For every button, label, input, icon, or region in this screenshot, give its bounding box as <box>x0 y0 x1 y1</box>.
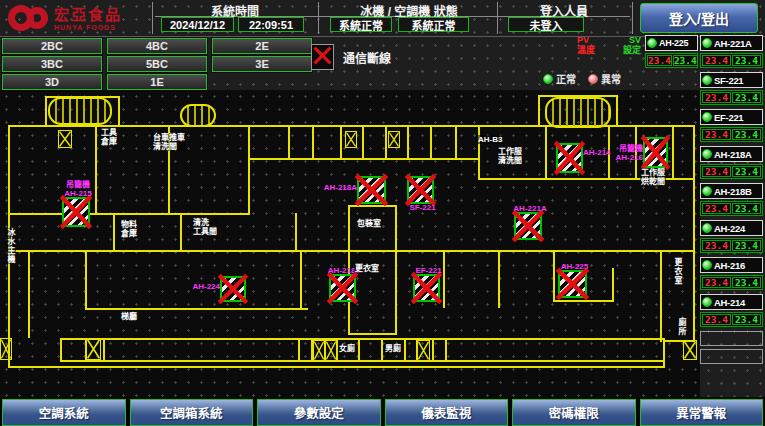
wall-segment <box>693 125 695 342</box>
equipment-label-AH-216: 吊籠機 AH-216 <box>615 144 643 162</box>
wall-segment <box>85 250 87 310</box>
floor-button-3BC[interactable]: 3BC <box>2 56 102 72</box>
wall-segment <box>180 213 182 252</box>
wall-segment <box>295 213 297 252</box>
equipment-offline-SF-221[interactable]: SF-221 <box>407 176 434 204</box>
status-led-icon <box>702 223 712 233</box>
equipment-offline-AH-218B[interactable]: AH-218B <box>329 274 356 302</box>
room-label: 梯廳 <box>120 312 138 321</box>
logo-icon <box>6 4 50 34</box>
pv-value: 23.4 <box>702 166 731 177</box>
room-label: 更衣室 <box>354 264 380 273</box>
abnormal-label: 異常 <box>601 71 621 86</box>
ahu-name-plate[interactable]: AH-225 <box>645 35 698 51</box>
pv-sv-legend: PV SV 溫度 設定 <box>577 35 641 55</box>
ahu-name-plate[interactable]: SF-221 <box>700 72 763 88</box>
nav-button-密碼權限[interactable]: 密碼權限 <box>512 399 636 426</box>
nav-button-空調箱系統[interactable]: 空調箱系統 <box>130 399 254 426</box>
wall-segment <box>616 95 618 127</box>
ahu-values: 23.423.4 <box>700 201 763 216</box>
comm-offline-legend: 通信斷線 <box>311 44 391 70</box>
floor-button-1E[interactable]: 1E <box>107 74 207 90</box>
equipment-label-AH-215: 吊籠機 AH-215 <box>56 180 100 198</box>
wall-segment <box>298 338 300 362</box>
empty-slot <box>700 349 763 364</box>
status-led-icon <box>702 186 712 196</box>
pv-value: 23.4 <box>647 55 672 66</box>
ahu-name: AH-218B <box>714 186 752 197</box>
stairs-x-icon <box>58 130 72 148</box>
floor-button-3D[interactable]: 3D <box>2 74 102 90</box>
ahu-values: 23.423.4 <box>700 127 763 142</box>
wall-segment <box>300 250 302 308</box>
ahu-name-plate[interactable]: AH-224 <box>700 220 763 236</box>
pv-value: 23.4 <box>702 203 731 214</box>
wall-segment <box>553 250 555 302</box>
ahu-status-value: 系統正常 <box>398 17 469 32</box>
wall-segment <box>95 127 97 215</box>
ahu-name: SF-221 <box>714 75 743 86</box>
nav-button-儀表監視[interactable]: 儀表監視 <box>385 399 509 426</box>
floor-button-2BC[interactable]: 2BC <box>2 38 102 54</box>
status-led-icon <box>702 75 712 85</box>
ahu-values: 23.423.4 <box>700 90 763 105</box>
equipment-offline-AH-221A[interactable]: AH-221A <box>514 212 542 240</box>
wall-segment <box>455 127 457 160</box>
floor-button-5BC[interactable]: 5BC <box>107 56 207 72</box>
system-time-label: 系統時間 <box>160 2 310 15</box>
room-label: 工具 倉庫 <box>100 128 118 146</box>
stairwell-icon <box>48 97 112 125</box>
login-logout-button[interactable]: 登入/登出 <box>640 3 758 33</box>
wall-segment <box>381 338 383 362</box>
ahu-values: 23.423.4 <box>700 312 763 327</box>
sv-value: 23.4 <box>732 314 761 325</box>
wall-segment <box>45 96 47 127</box>
wall-segment <box>362 127 364 160</box>
floor-button-3E[interactable]: 3E <box>212 56 312 72</box>
ahu-card-AH-216: AH-21623.423.4 <box>700 257 763 290</box>
normal-label: 正常 <box>556 71 576 86</box>
nav-button-參數設定[interactable]: 參數設定 <box>257 399 381 426</box>
ahu-name-plate[interactable]: AH-221A <box>700 35 763 51</box>
ahu-name-plate[interactable]: AH-218A <box>700 146 763 162</box>
equipment-offline-AH-224[interactable]: AH-224 <box>220 276 246 302</box>
ahu-card-AH-225: AH-22523.423.4 <box>645 35 698 72</box>
wall-segment <box>430 127 432 160</box>
ahu-status-panel: AH-221A23.423.4SF-22123.423.4EF-22123.42… <box>700 35 763 367</box>
ahu-name-plate[interactable]: EF-221 <box>700 109 763 125</box>
ahu-name-plate[interactable]: AH-218B <box>700 183 763 199</box>
nav-button-空調系統[interactable]: 空調系統 <box>2 399 126 426</box>
room-label: 包裝室 <box>356 219 382 228</box>
sv-value: 23.4 <box>732 129 761 140</box>
sv-value: 23.4 <box>732 55 761 66</box>
status-legend: 正常 異常 <box>543 71 621 86</box>
equipment-offline-AH-216[interactable]: 吊籠機 AH-216 <box>643 137 668 168</box>
status-led-icon <box>702 112 712 122</box>
stairs-x-icon <box>0 338 12 360</box>
floor-button-4BC[interactable]: 4BC <box>107 38 207 54</box>
equipment-label-AH-225: AH-225 <box>552 262 597 271</box>
equipment-offline-AH-215[interactable]: 吊籠機 AH-215 <box>62 197 90 227</box>
floor-button-2E[interactable]: 2E <box>212 38 312 54</box>
ahu-values: 23.423.4 <box>700 275 763 290</box>
equipment-offline-AH-214[interactable]: AH-214 <box>556 143 583 173</box>
wall-segment <box>407 127 409 160</box>
equipment-label-EF-221: EF-221 <box>407 266 450 275</box>
room-label: 更衣室 <box>672 258 683 285</box>
room-label: 清洗 工具間 <box>192 218 218 236</box>
equipment-offline-EF-221[interactable]: EF-221 <box>413 274 440 302</box>
wall-segment <box>312 127 314 160</box>
ahu-card-AH-218A: AH-218A23.423.4 <box>700 146 763 179</box>
chiller-status-value: 系統正常 <box>330 17 392 32</box>
stairwell-icon <box>180 104 216 127</box>
nav-button-異常警報[interactable]: 異常警報 <box>640 399 764 426</box>
wall-segment <box>404 338 406 362</box>
stairs-x-icon <box>417 340 430 361</box>
system-time-value: 22:09:51 <box>238 17 304 32</box>
equipment-offline-AH-225[interactable]: AH-225 <box>558 270 587 298</box>
pv-value: 23.4 <box>702 129 731 140</box>
sv-value: 23.4 <box>732 277 761 288</box>
ahu-name-plate[interactable]: AH-214 <box>700 294 763 310</box>
ahu-name-plate[interactable]: AH-216 <box>700 257 763 273</box>
equipment-offline-AH-218A[interactable]: AH-218A <box>357 176 386 204</box>
